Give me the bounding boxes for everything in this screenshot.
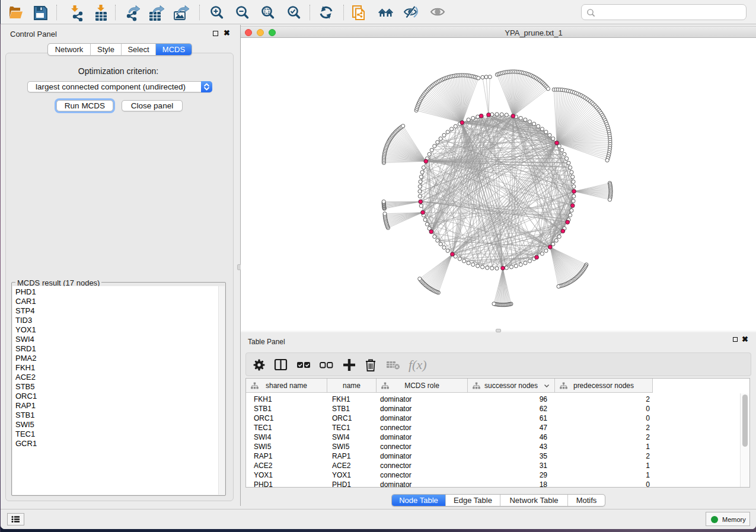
svg-text:f(x): f(x) (409, 357, 427, 372)
